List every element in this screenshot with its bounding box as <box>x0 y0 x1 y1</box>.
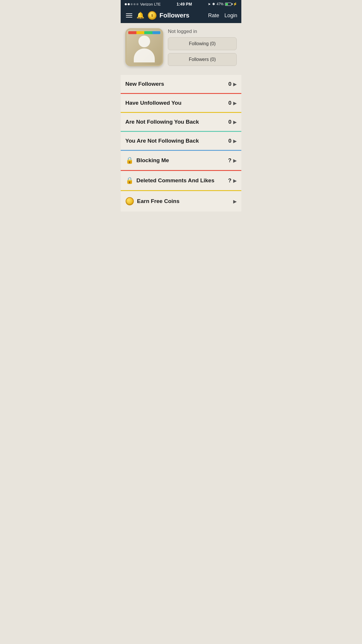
location-icon: ➤ <box>208 2 211 6</box>
menu-label-new-followers: New Followers <box>125 81 228 87</box>
section-spacer <box>121 70 241 75</box>
time-label: 1:49 PM <box>177 2 192 6</box>
battery-percent: 47% <box>217 2 224 6</box>
avatar-color-bar <box>128 31 160 34</box>
menu-item-earn-coins[interactable]: Earn Free Coins ▶ <box>121 191 241 211</box>
menu-count-not-following-back: 0 <box>228 119 231 125</box>
page-title: Followers <box>159 12 205 19</box>
bell-icon[interactable]: 🔔 <box>136 12 144 19</box>
status-right: ➤ ✱ 47% ⚡ <box>208 2 237 6</box>
menu-label-deleted-comments: Deleted Comments And Likes <box>136 177 228 184</box>
menu-count-deleted-comments: ? <box>228 177 231 184</box>
followers-button[interactable]: Followers (0) <box>168 53 237 66</box>
menu-item-have-unfollowed[interactable]: Have Unfollowed You 0 ▶ <box>121 94 241 112</box>
hamburger-button[interactable] <box>125 12 133 19</box>
bluetooth-icon: ✱ <box>212 2 215 6</box>
menu-item-you-not-following[interactable]: You Are Not Following Back 0 ▶ <box>121 132 241 150</box>
menu-count-new-followers: 0 <box>228 81 231 87</box>
menu-item-new-followers[interactable]: New Followers 0 ▶ <box>121 75 241 93</box>
profile-info: Not logged in Following (0) Followers (0… <box>168 29 237 66</box>
network-label: LTE <box>154 2 161 6</box>
status-left: Verizon LTE <box>125 2 161 6</box>
signal-dots <box>125 3 138 5</box>
nav-bar: 🔔 $ Followers Rate Login <box>121 8 241 23</box>
battery-icon <box>225 3 231 6</box>
rate-button[interactable]: Rate <box>208 13 219 19</box>
menu-item-deleted-comments[interactable]: 🔒 Deleted Comments And Likes ? ▶ <box>121 171 241 190</box>
avatar <box>125 28 163 66</box>
lightning-icon: ⚡ <box>233 2 237 6</box>
chevron-icon: ▶ <box>233 199 237 204</box>
menu-label-not-following-back: Are Not Following You Back <box>125 119 228 125</box>
coin-icon[interactable]: $ <box>148 11 157 20</box>
menu-count-you-not-following: 0 <box>228 138 231 144</box>
lock-icon: 🔒 <box>125 177 133 184</box>
chevron-icon: ▶ <box>233 81 237 87</box>
menu-count-have-unfollowed: 0 <box>228 100 231 106</box>
menu-item-not-following-back[interactable]: Are Not Following You Back 0 ▶ <box>121 113 241 131</box>
menu-item-blocking-me[interactable]: 🔒 Blocking Me ? ▶ <box>121 151 241 170</box>
chevron-icon: ▶ <box>233 119 237 125</box>
status-bar: Verizon LTE 1:49 PM ➤ ✱ 47% ⚡ <box>121 0 241 8</box>
menu-label-have-unfollowed: Have Unfollowed You <box>125 100 228 106</box>
login-status: Not logged in <box>168 29 237 34</box>
following-button[interactable]: Following (0) <box>168 37 237 50</box>
menu-label-blocking-me: Blocking Me <box>136 157 228 164</box>
chevron-icon: ▶ <box>233 100 237 106</box>
menu-label-you-not-following: You Are Not Following Back <box>125 138 228 144</box>
lock-icon: 🔒 <box>125 157 133 164</box>
login-button[interactable]: Login <box>224 13 237 19</box>
menu-count-blocking-me: ? <box>228 157 231 164</box>
carrier-label: Verizon <box>140 2 153 6</box>
menu-list: New Followers 0 ▶ Have Unfollowed You 0 … <box>121 75 241 211</box>
chevron-icon: ▶ <box>233 158 237 163</box>
menu-label-earn-coins: Earn Free Coins <box>137 198 233 204</box>
avatar-figure <box>134 36 155 62</box>
chevron-icon: ▶ <box>233 138 237 144</box>
coin-earn-icon <box>125 197 134 206</box>
profile-section: Not logged in Following (0) Followers (0… <box>121 23 241 70</box>
chevron-icon: ▶ <box>233 178 237 183</box>
